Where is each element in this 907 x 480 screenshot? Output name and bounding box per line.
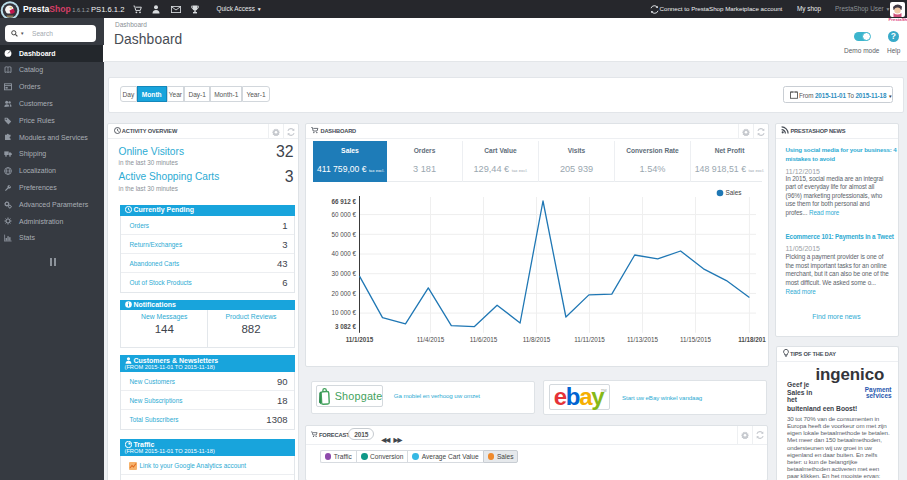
svg-text:10 000 €: 10 000 € (331, 309, 356, 316)
svg-text:40 000 €: 40 000 € (331, 250, 356, 257)
svg-text:20 000 €: 20 000 € (331, 290, 356, 297)
svg-text:11/13/2015: 11/13/2015 (626, 336, 658, 343)
svg-text:30 000 €: 30 000 € (331, 270, 356, 277)
svg-text:66 912 €: 66 912 € (331, 198, 356, 205)
svg-text:11/8/2015: 11/8/2015 (522, 336, 550, 343)
svg-text:11/11/2015: 11/11/2015 (574, 336, 605, 343)
svg-text:11/4/2015: 11/4/2015 (416, 336, 444, 343)
svg-text:60 000 €: 60 000 € (331, 211, 356, 218)
svg-text:11/15/2015: 11/15/2015 (679, 336, 711, 343)
svg-text:11/6/2015: 11/6/2015 (469, 336, 497, 343)
svg-text:11/1/2015: 11/1/2015 (345, 336, 373, 343)
svg-text:3 082 €: 3 082 € (334, 323, 356, 330)
svg-text:11/18/201: 11/18/201 (738, 336, 766, 343)
svg-text:Sales: Sales (725, 189, 741, 196)
svg-text:50 000 €: 50 000 € (331, 231, 356, 238)
